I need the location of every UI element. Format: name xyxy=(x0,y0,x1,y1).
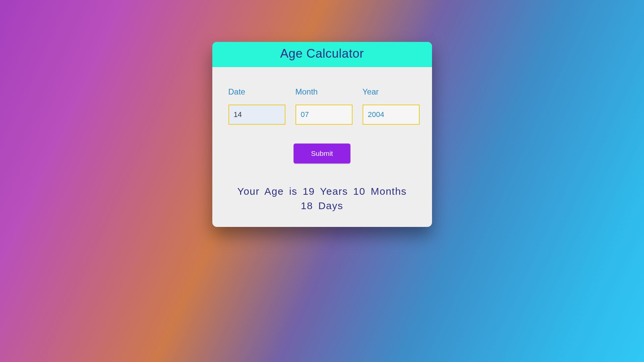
submit-button[interactable]: Submit xyxy=(293,143,350,164)
input-row: Date Month Year xyxy=(228,87,416,125)
year-field-group: Year xyxy=(363,87,420,125)
card-body: Date Month Year Submit Your Age is 19 Ye… xyxy=(212,67,432,227)
year-input[interactable] xyxy=(363,105,420,125)
age-calculator-card: Age Calculator Date Month Year Submit Yo… xyxy=(212,42,432,227)
date-input[interactable] xyxy=(228,105,285,125)
date-field-group: Date xyxy=(228,87,285,125)
month-field-group: Month xyxy=(296,87,353,125)
card-title: Age Calculator xyxy=(212,47,432,61)
month-label: Month xyxy=(296,87,353,97)
year-label: Year xyxy=(363,87,420,97)
date-label: Date xyxy=(228,87,285,97)
result-text: Your Age is 19 Years 10 Months 18 Days xyxy=(232,184,413,213)
month-input[interactable] xyxy=(296,105,353,125)
actions-row: Submit xyxy=(228,143,416,164)
result-block: Your Age is 19 Years 10 Months 18 Days xyxy=(228,184,416,217)
card-header: Age Calculator xyxy=(212,42,432,67)
